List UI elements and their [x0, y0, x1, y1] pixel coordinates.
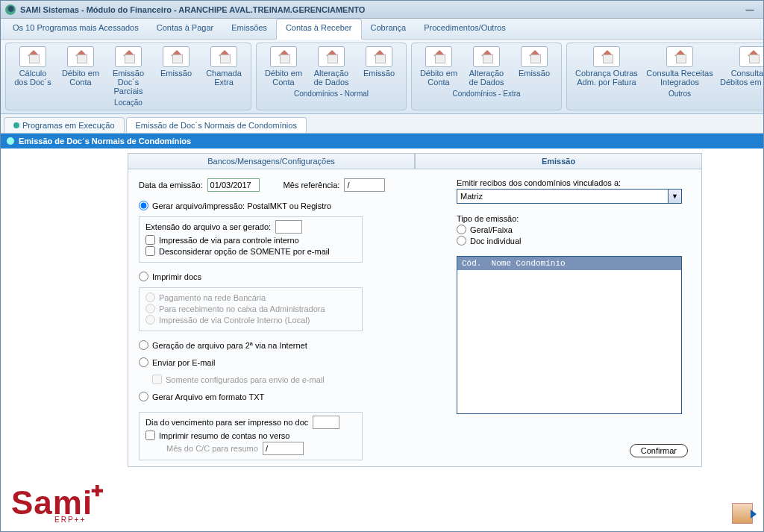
house-icon [366, 46, 392, 67]
house-icon [67, 46, 94, 67]
radio-pag-rede [145, 292, 155, 302]
rbtn-emissao-parciais[interactable]: Emissão Doc´s Parciais [107, 46, 149, 96]
subtabs: Bancos/Mensagens/Configurações Emissão [128, 153, 702, 169]
menu-top10[interactable]: Os 10 Programas mais Acessados [4, 19, 148, 39]
house-icon [318, 46, 345, 67]
rbtn-emissao-cn[interactable]: Emissão [358, 46, 400, 87]
input-mes-cc[interactable] [263, 442, 304, 455]
label-emitir-vinculados: Emitir recibos dos condomínios vinculado… [457, 178, 688, 187]
rbtn-emissao-ce[interactable]: Emissão [513, 46, 555, 87]
app-icon: ✺ [5, 4, 16, 15]
radio-2via[interactable] [139, 340, 148, 350]
chevron-down-icon[interactable]: ▼ [668, 189, 682, 204]
form-panel: Data da emissão: Mês referência: Gerar a… [128, 169, 702, 467]
subtab-emissao[interactable]: Emissão [415, 153, 702, 169]
rbtn-alteracao-dados-cn[interactable]: Alteração de Dados [310, 46, 352, 87]
rbtn-consulta-receitas[interactable]: Consulta Receitas Integrados [646, 46, 713, 87]
dot-icon [7, 137, 14, 145]
logo-sub: ERP++ [54, 516, 105, 524]
ribbon: Cálculo dos Doc´s Débito em Conta Emissã… [1, 40, 763, 114]
panel-title-bar: Emissão de Doc´s Normais de Condomínios [1, 134, 763, 148]
rbtn-cobranca-outras[interactable]: Cobrança Outras Adm. por Fatura [573, 46, 640, 87]
radio-email[interactable] [139, 357, 148, 367]
ribbon-label-locacao: Locação [6, 97, 251, 110]
ribbon-label-outros: Outros [567, 88, 764, 101]
minimize-button[interactable]: — [741, 5, 759, 14]
menu-contas-pagar[interactable]: Contas à Pagar [148, 19, 222, 39]
dropdown-matriz[interactable]: ▼ [457, 189, 682, 204]
tab-programas-execucao[interactable]: Programas em Execução [4, 117, 125, 133]
group-imprimir: Pagamento na rede Bancária Para recebime… [139, 287, 363, 331]
house-icon [115, 46, 142, 67]
rbtn-alteracao-dados-ce[interactable]: Alteração de Dados [466, 46, 507, 87]
label-tipo-emissao: Tipo de emissão: [457, 214, 688, 223]
label-extensao: Extensão do arquivo a ser gerado: [145, 222, 271, 231]
label-mes-ref: Mês referência: [284, 181, 340, 190]
label-data-emissao: Data da emissão: [139, 181, 203, 190]
list-condominios[interactable]: Cód. Nome Condomínio [457, 256, 682, 414]
rbtn-consulta-debitos[interactable]: Consulta de Débitos em Conta [719, 46, 764, 87]
house-icon [210, 46, 237, 67]
menu-cobranca[interactable]: Cobrança [362, 19, 416, 39]
rbtn-chamada-extra[interactable]: Chamada Extra [203, 46, 245, 96]
house-icon [270, 46, 297, 67]
ribbon-group-outros: Cobrança Outras Adm. por Fatura Consulta… [566, 43, 764, 110]
check-controle-interno[interactable] [145, 235, 155, 245]
rbtn-debito-conta-loc[interactable]: Débito em Conta [60, 46, 101, 96]
confirm-button[interactable]: Confirmar [630, 444, 688, 457]
rbtn-calculo-docs[interactable]: Cálculo dos Doc´s [12, 46, 54, 96]
group-vencimento: Dia do vencimento para ser impresso no d… [139, 412, 363, 460]
dot-icon [13, 122, 19, 128]
footer: Sami ✚ ERP++ [11, 484, 753, 524]
menu-emissoes[interactable]: Emissões [222, 19, 276, 39]
window-title: SAMI Sistemas - Módulo do Financeiro - A… [20, 5, 365, 14]
house-icon [666, 46, 693, 67]
house-icon [593, 46, 620, 67]
exit-door-button[interactable] [732, 503, 753, 524]
house-icon [19, 46, 46, 67]
input-data-emissao[interactable] [207, 178, 260, 192]
title-bar: ✺ SAMI Sistemas - Módulo do Financeiro -… [1, 1, 763, 19]
menu-bar: Os 10 Programas mais Acessados Contas à … [1, 19, 763, 40]
work-area: Bancos/Mensagens/Configurações Emissão D… [1, 148, 763, 531]
radio-imprimir-docs[interactable] [139, 272, 148, 281]
input-extensao[interactable] [275, 220, 302, 234]
house-icon [425, 46, 452, 67]
house-icon [739, 46, 764, 67]
ribbon-group-locacao: Cálculo dos Doc´s Débito em Conta Emissã… [5, 43, 251, 110]
house-icon [473, 46, 500, 67]
input-dia-venc[interactable] [313, 416, 339, 429]
check-resumo-verso[interactable] [145, 431, 155, 440]
rbtn-emissao-loc[interactable]: Emissão [155, 46, 197, 96]
list-header: Cód. Nome Condomínio [457, 257, 681, 270]
input-mes-ref[interactable] [344, 178, 385, 192]
house-icon [521, 46, 548, 67]
menu-procedimentos[interactable]: Procedimentos/Outros [415, 19, 514, 39]
ribbon-group-cond-normal: Débito em Conta Alteração de Dados Emiss… [256, 43, 407, 110]
subtab-bancos[interactable]: Bancos/Mensagens/Configurações [128, 153, 415, 169]
plus-icon: ✚ [91, 482, 104, 500]
ribbon-label-cond-extra: Condomínios - Extra [412, 88, 561, 101]
radio-gerar-arquivo[interactable] [139, 201, 148, 210]
radio-doc-individual[interactable] [457, 236, 466, 245]
rbtn-debito-conta-cn[interactable]: Débito em Conta [263, 46, 304, 87]
check-somente-email [152, 375, 162, 384]
radio-ctrl-local [145, 315, 155, 325]
radio-caixa-adm [145, 304, 155, 313]
tab-emissao-docs[interactable]: Emissão de Doc´s Normais de Condomínios [126, 117, 307, 133]
label-dia-venc: Dia do vencimento para ser impresso no d… [145, 418, 308, 427]
radio-txt[interactable] [139, 392, 148, 401]
rbtn-debito-conta-ce[interactable]: Débito em Conta [418, 46, 460, 87]
panel-title: Emissão de Doc´s Normais de Condomínios [19, 137, 191, 145]
radio-geral-faixa[interactable] [457, 225, 466, 234]
house-icon [163, 46, 190, 67]
document-tabs: Programas em Execução Emissão de Doc´s N… [1, 114, 763, 134]
ribbon-group-cond-extra: Débito em Conta Alteração de Dados Emiss… [411, 43, 562, 110]
group-gerar: Extensão do arquivo a ser gerado: Impres… [139, 216, 363, 263]
label-mes-cc: Mês do C/C para resumo [166, 444, 258, 453]
input-matriz[interactable] [457, 189, 668, 204]
ribbon-label-cond-normal: Condomínios - Normal [257, 88, 406, 101]
check-desconsiderar-somente[interactable] [145, 246, 155, 256]
menu-contas-receber[interactable]: Contas à Receber [276, 19, 362, 40]
